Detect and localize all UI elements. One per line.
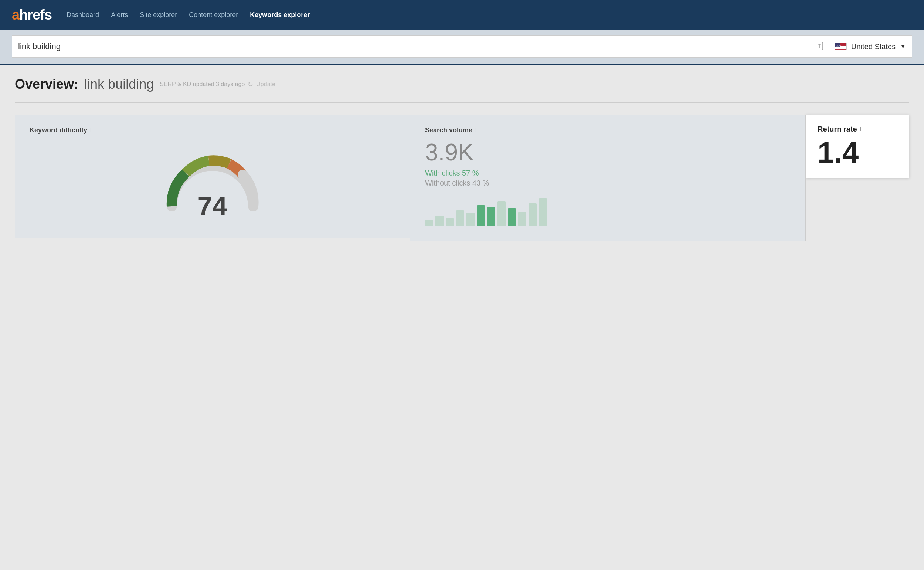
overview-meta: SERP & KD updated 3 days ago ↻ Update xyxy=(160,80,275,88)
with-clicks-text: With clicks 57 % xyxy=(425,169,791,178)
nav-content-explorer[interactable]: Content explorer xyxy=(189,11,238,19)
chart-bar xyxy=(487,207,495,226)
nav-dashboard[interactable]: Dashboard xyxy=(67,11,99,19)
logo[interactable]: ahrefs xyxy=(12,7,52,23)
overview-label: Overview: xyxy=(15,77,78,92)
keyword-difficulty-card: Keyword difficulty i xyxy=(15,115,410,238)
sv-title-text: Search volume xyxy=(425,126,472,134)
chart-bar xyxy=(467,213,474,226)
upload-button[interactable] xyxy=(810,35,829,58)
svg-rect-11 xyxy=(835,48,847,48)
chart-bar xyxy=(518,212,526,226)
without-clicks-text: Without clicks 43 % xyxy=(425,179,791,187)
volume-chart xyxy=(425,196,791,226)
svg-rect-15 xyxy=(835,49,847,50)
dropdown-arrow-icon: ▼ xyxy=(900,43,906,50)
chart-bar xyxy=(529,203,537,226)
svg-rect-13 xyxy=(835,48,847,49)
nav-keywords-explorer[interactable]: Keywords explorer xyxy=(250,11,310,19)
kd-info-icon[interactable]: i xyxy=(90,127,92,133)
search-input-wrapper xyxy=(12,35,810,58)
svg-rect-14 xyxy=(835,49,847,49)
header: ahrefs Dashboard Alerts Site explorer Co… xyxy=(0,0,924,29)
search-volume-card: Search volume i 3.9K With clicks 57 % Wi… xyxy=(410,115,806,241)
rr-value: 1.4 xyxy=(818,138,897,167)
chart-bar xyxy=(477,205,485,226)
gauge-wrapper: 74 xyxy=(29,142,395,223)
search-input[interactable] xyxy=(18,42,804,51)
rr-title-text: Return rate xyxy=(818,125,857,133)
kd-title-text: Keyword difficulty xyxy=(29,126,87,134)
sv-info-icon[interactable]: i xyxy=(475,127,477,133)
country-name: United States xyxy=(851,43,895,51)
refresh-icon: ↻ xyxy=(248,80,253,88)
serp-update-text: SERP & KD updated 3 days ago xyxy=(160,81,245,87)
rr-title: Return rate i xyxy=(818,125,897,133)
nav-alerts[interactable]: Alerts xyxy=(111,11,128,19)
rr-info-icon[interactable]: i xyxy=(860,126,861,132)
sv-title: Search volume i xyxy=(425,126,791,134)
svg-rect-16 xyxy=(835,50,847,50)
chart-bar xyxy=(539,198,547,226)
main-content: Overview: link building SERP & KD update… xyxy=(0,65,924,253)
sv-value: 3.9K xyxy=(425,139,791,166)
kd-title: Keyword difficulty i xyxy=(29,126,395,134)
upload-icon xyxy=(815,42,823,51)
logo-a: a xyxy=(12,7,19,23)
chart-bar xyxy=(446,218,454,226)
chart-bar xyxy=(456,210,464,226)
chart-bar xyxy=(497,201,506,226)
main-nav: Dashboard Alerts Site explorer Content e… xyxy=(67,11,912,19)
chart-bar xyxy=(425,219,433,226)
chart-bar xyxy=(508,208,516,226)
svg-rect-12 xyxy=(835,48,847,48)
nav-site-explorer[interactable]: Site explorer xyxy=(140,11,177,19)
kd-value: 74 xyxy=(197,193,227,219)
cards-row: Keyword difficulty i xyxy=(15,115,909,241)
overview-header: Overview: link building SERP & KD update… xyxy=(15,77,909,92)
chart-bar xyxy=(435,216,444,226)
country-selector[interactable]: ★ ★ ★ ★ ★ ★ ★ ★ ★ ★ ★ ★ ★ ★ ★ ★ ★ ★ ★ ★ … xyxy=(829,35,912,58)
overview-keyword: link building xyxy=(84,77,154,92)
search-bar: ★ ★ ★ ★ ★ ★ ★ ★ ★ ★ ★ ★ ★ ★ ★ ★ ★ ★ ★ ★ … xyxy=(0,29,924,65)
us-flag: ★ ★ ★ ★ ★ ★ ★ ★ ★ ★ ★ ★ ★ ★ ★ ★ ★ ★ ★ ★ … xyxy=(835,43,847,50)
logo-hrefs: hrefs xyxy=(19,7,52,23)
return-rate-card: Return rate i 1.4 xyxy=(806,115,909,178)
update-button[interactable]: Update xyxy=(256,81,275,87)
section-divider xyxy=(15,103,909,103)
